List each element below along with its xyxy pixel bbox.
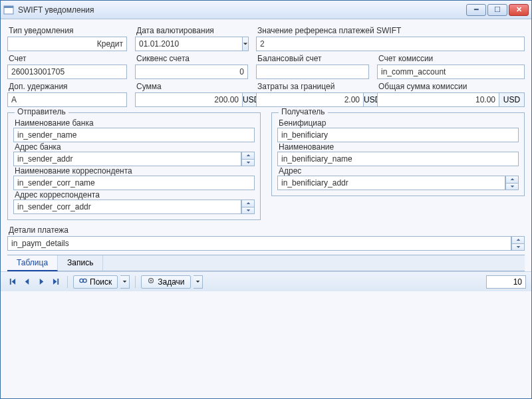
- app-window: SWIFT уведомления ━ ☐ ✕ Тип уведомления …: [0, 0, 532, 399]
- sender-bank-addr-spinner: [241, 152, 255, 166]
- beneficiary-input[interactable]: [277, 128, 519, 142]
- tasks-button-label: Задачи: [158, 277, 184, 287]
- beneficiary-addr-input[interactable]: [277, 176, 505, 190]
- commission-total-currency: USD: [499, 92, 525, 107]
- svg-point-2: [80, 279, 83, 282]
- beneficiary-addr-spinner: [505, 176, 519, 190]
- commission-account-label: Счет комиссии: [377, 53, 525, 65]
- svg-point-5: [150, 280, 152, 282]
- beneficiary-name-input[interactable]: [277, 152, 519, 166]
- spinner-up-icon[interactable]: [505, 176, 519, 183]
- sender-bank-addr-input[interactable]: [13, 152, 241, 166]
- sender-corr-name-input[interactable]: [13, 176, 255, 190]
- tab-table[interactable]: Таблица: [7, 255, 58, 271]
- notification-type-label: Тип уведомления: [7, 25, 127, 37]
- search-button-label: Поиск: [90, 277, 112, 287]
- notification-type-input[interactable]: [7, 37, 127, 51]
- svg-rect-1: [4, 6, 13, 8]
- commission-total-input[interactable]: [377, 92, 499, 107]
- maximize-button[interactable]: ☐: [487, 4, 507, 16]
- spinner-down-icon[interactable]: [241, 159, 255, 167]
- payment-details-spinner: [511, 236, 525, 251]
- commission-account-input[interactable]: [377, 65, 525, 79]
- bottom-toolbar: Поиск Задачи 10: [1, 271, 531, 291]
- binoculars-icon: [79, 277, 87, 287]
- nav-first-button[interactable]: [6, 276, 18, 288]
- spinner-down-icon[interactable]: [511, 243, 525, 251]
- receiver-group: Получатель Бенифициар Наименование Адрес: [271, 112, 525, 196]
- spinner-down-icon[interactable]: [241, 207, 255, 215]
- extra-deductions-input[interactable]: [7, 92, 127, 107]
- spinner-up-icon[interactable]: [241, 152, 255, 159]
- window-buttons: ━ ☐ ✕: [466, 4, 529, 16]
- abroad-costs-label: Затраты за границей: [256, 80, 369, 92]
- search-button[interactable]: Поиск: [73, 275, 118, 289]
- nav-last-button[interactable]: [50, 276, 62, 288]
- spinner-up-icon[interactable]: [241, 200, 255, 207]
- spinner-up-icon[interactable]: [511, 236, 525, 243]
- search-dropdown[interactable]: [120, 275, 130, 289]
- value-date-label: Дата валютирования: [135, 25, 248, 37]
- spinner-down-icon[interactable]: [505, 183, 519, 191]
- app-icon: [3, 5, 14, 15]
- sender-corr-addr-input[interactable]: [13, 200, 241, 214]
- value-date-input[interactable]: [135, 37, 243, 51]
- receiver-legend: Получатель: [279, 107, 328, 116]
- payment-details-label: Детали платежа: [7, 224, 525, 236]
- close-button[interactable]: ✕: [509, 4, 529, 16]
- window-title: SWIFT уведомления: [18, 5, 466, 15]
- toolbar-separator: [67, 276, 68, 288]
- balance-account-label: Балансовый счет: [256, 53, 369, 65]
- balance-account-input[interactable]: [256, 65, 369, 79]
- commission-total-label: Общая сумма комиссии: [377, 80, 525, 92]
- sequence-label: Сиквенс счета: [135, 53, 248, 65]
- minimize-button[interactable]: ━: [466, 4, 486, 16]
- sender-group: Отправитель Наименование банка Адрес бан…: [7, 112, 261, 220]
- page-number-display[interactable]: 10: [486, 275, 526, 289]
- account-input[interactable]: [7, 65, 127, 79]
- extra-deductions-label: Доп. удержания: [7, 80, 127, 92]
- title-bar: SWIFT уведомления ━ ☐ ✕: [1, 1, 531, 19]
- sender-bank-name-input[interactable]: [13, 128, 255, 142]
- nav-prev-button[interactable]: [21, 276, 33, 288]
- amount-input[interactable]: [135, 92, 243, 107]
- account-label: Счет: [7, 53, 127, 65]
- svg-point-3: [83, 279, 86, 282]
- tab-record[interactable]: Запись: [58, 255, 103, 271]
- toolbar-separator: [135, 276, 136, 288]
- tasks-dropdown[interactable]: [194, 275, 203, 289]
- gear-icon: [147, 277, 155, 287]
- sender-corr-addr-spinner: [241, 200, 255, 214]
- value-date-dropdown[interactable]: [243, 37, 249, 51]
- nav-next-button[interactable]: [35, 276, 47, 288]
- payment-details-input[interactable]: [7, 236, 511, 251]
- form-content: Тип уведомления Дата валютирования Значе…: [1, 19, 531, 271]
- amount-label: Сумма: [135, 80, 248, 92]
- tabs: Таблица Запись: [7, 255, 525, 271]
- abroad-costs-input[interactable]: [256, 92, 364, 107]
- sequence-input[interactable]: [135, 65, 248, 79]
- sender-legend: Отправитель: [15, 107, 68, 116]
- swift-ref-input[interactable]: [256, 37, 525, 51]
- tasks-button[interactable]: Задачи: [141, 275, 190, 289]
- swift-ref-label: Значение референса платежей SWIFT: [256, 25, 525, 37]
